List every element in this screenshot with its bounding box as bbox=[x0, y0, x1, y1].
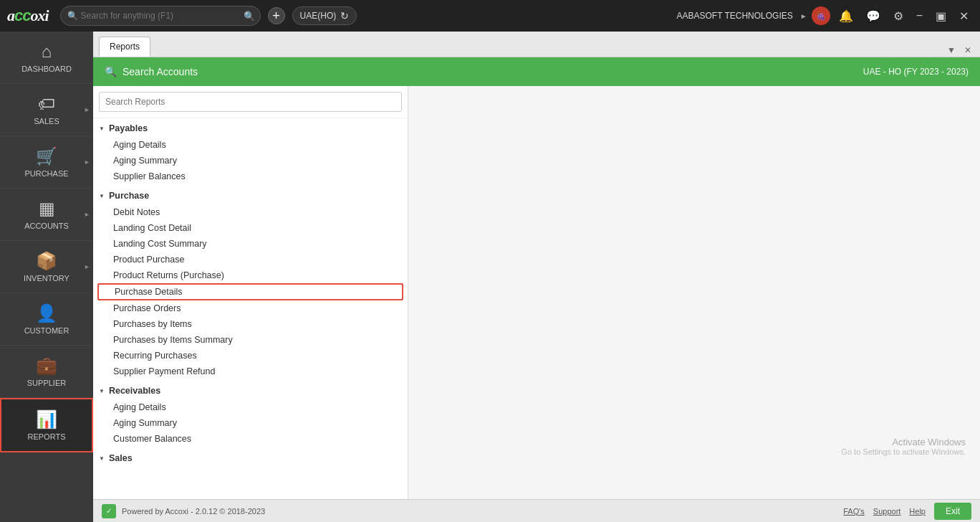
tab-close-button[interactable]: ✕ bbox=[961, 44, 974, 57]
minimize-button[interactable]: − bbox=[912, 6, 927, 25]
list-item[interactable]: Landing Cost Summary bbox=[93, 236, 408, 252]
search-accounts-bar[interactable]: 🔍 Search Accounts UAE - HO (FY 2023 - 20… bbox=[93, 57, 980, 86]
sidebar-item-accounts[interactable]: ▦ ACCOUNTS ► bbox=[0, 189, 93, 241]
tab-bar: Reports ▼ ✕ bbox=[93, 32, 980, 57]
list-item[interactable]: Aging Details bbox=[93, 137, 408, 153]
search-accounts-label: Search Accounts bbox=[123, 66, 198, 77]
branch-selector[interactable]: UAE(HO) ↻ bbox=[292, 6, 357, 25]
support-link[interactable]: Support bbox=[873, 507, 901, 516]
help-link[interactable]: Help bbox=[909, 507, 926, 516]
item-label: Purchases by Items bbox=[113, 319, 192, 329]
global-search-input[interactable] bbox=[60, 6, 261, 26]
item-label: Aging Details bbox=[113, 140, 166, 150]
footer-powered-by: Powered by Accoxi - 2.0.12 © 2018-2023 bbox=[122, 507, 265, 516]
sidebar-item-label: REPORTS bbox=[28, 432, 66, 441]
sidebar-item-inventory[interactable]: 📦 INVENTORY ► bbox=[0, 241, 93, 293]
footer: ✓ Powered by Accoxi - 2.0.12 © 2018-2023… bbox=[93, 499, 980, 522]
sidebar-item-label: SALES bbox=[34, 117, 59, 125]
reports-tree: ▼ Payables Aging Details Aging Summary S… bbox=[93, 118, 408, 499]
item-label: Aging Details bbox=[113, 402, 166, 412]
global-search-wrap[interactable]: 🔍 🔍 bbox=[60, 6, 261, 26]
reports-search-input[interactable] bbox=[99, 92, 402, 112]
close-button[interactable]: ✕ bbox=[955, 6, 973, 26]
sidebar-item-supplier[interactable]: 💼 SUPPLIER bbox=[0, 346, 93, 398]
dashboard-icon: ⌂ bbox=[42, 42, 52, 62]
purchase-details-item[interactable]: Purchase Details bbox=[97, 283, 403, 300]
arrow-right-icon: ► bbox=[800, 12, 807, 20]
reports-body: ▼ Payables Aging Details Aging Summary S… bbox=[93, 86, 980, 499]
item-label: Product Purchase bbox=[113, 255, 184, 265]
search-submit-icon[interactable]: 🔍 bbox=[244, 11, 255, 22]
list-item[interactable]: Product Returns (Purchase) bbox=[93, 267, 408, 283]
sidebar-item-label: DASHBOARD bbox=[21, 65, 72, 73]
tab-reports[interactable]: Reports bbox=[99, 37, 150, 57]
item-label: Aging Summary bbox=[113, 418, 177, 428]
list-item[interactable]: Purchases by Items bbox=[93, 316, 408, 332]
chevron-right-icon: ► bbox=[84, 158, 90, 166]
item-label: Supplier Payment Refund bbox=[113, 366, 215, 376]
refresh-icon[interactable]: ↻ bbox=[340, 10, 349, 22]
tree-header-receivables[interactable]: ▼ Receivables bbox=[93, 382, 408, 399]
footer-right: FAQ's Support Help Exit bbox=[843, 503, 971, 520]
list-item[interactable]: Supplier Payment Refund bbox=[93, 364, 408, 379]
list-item[interactable]: Product Purchase bbox=[93, 252, 408, 267]
item-label: Purchase Orders bbox=[113, 303, 181, 313]
list-item[interactable]: Supplier Balances bbox=[93, 169, 408, 184]
accounts-icon: ▦ bbox=[39, 199, 55, 219]
company-name: AABASOFT TECHNOLOGIES bbox=[676, 11, 792, 21]
tab-label: Reports bbox=[110, 42, 140, 52]
exit-button[interactable]: Exit bbox=[934, 503, 971, 520]
tree-section-receivables: ▼ Receivables Aging Details Aging Summar… bbox=[93, 381, 408, 448]
activate-windows-watermark: Activate Windows Go to Settings to activ… bbox=[841, 437, 966, 456]
tree-header-sales[interactable]: ▼ Sales bbox=[93, 450, 408, 467]
fiscal-year-label: UAE - HO (FY 2023 - 2023) bbox=[863, 67, 969, 77]
avatar[interactable]: 🍇 bbox=[812, 6, 830, 25]
add-button[interactable]: + bbox=[268, 7, 285, 24]
list-item[interactable]: Recurring Purchases bbox=[93, 348, 408, 364]
sidebar-item-reports[interactable]: 📊 REPORTS bbox=[0, 398, 93, 452]
item-label: Purchase Details bbox=[115, 287, 183, 297]
content-area: Reports ▼ ✕ 🔍 Search Accounts UAE - HO (… bbox=[93, 32, 980, 522]
sidebar-item-label: INVENTORY bbox=[24, 274, 69, 283]
reports-left-panel: ▼ Payables Aging Details Aging Summary S… bbox=[93, 86, 408, 499]
activate-windows-subtitle: Go to Settings to activate Windows. bbox=[841, 447, 966, 456]
item-label: Supplier Balances bbox=[113, 171, 186, 181]
activate-windows-title: Activate Windows bbox=[841, 437, 966, 447]
chevron-right-icon: ► bbox=[84, 106, 90, 113]
tree-header-payables[interactable]: ▼ Payables bbox=[93, 120, 408, 137]
sidebar-item-sales[interactable]: 🏷 SALES ► bbox=[0, 84, 93, 136]
notifications-button[interactable]: 🔔 bbox=[835, 6, 858, 26]
tree-header-purchase[interactable]: ▼ Purchase bbox=[93, 187, 408, 204]
sidebar-item-label: ACCOUNTS bbox=[24, 222, 69, 230]
reports-search-wrap[interactable] bbox=[93, 86, 408, 118]
sidebar-item-customer[interactable]: 👤 CUSTOMER bbox=[0, 293, 93, 346]
item-label: Landing Cost Summary bbox=[113, 239, 207, 249]
list-item[interactable]: Landing Cost Detail bbox=[93, 220, 408, 236]
list-item[interactable]: Debit Notes bbox=[93, 204, 408, 220]
topbar-right: AABASOFT TECHNOLOGIES ► 🍇 🔔 💬 ⚙ − ▣ ✕ bbox=[676, 6, 973, 26]
item-label: Landing Cost Detail bbox=[113, 223, 191, 233]
search-icon: 🔍 bbox=[67, 11, 78, 21]
collapse-icon: ▼ bbox=[99, 388, 105, 394]
customer-icon: 👤 bbox=[36, 303, 57, 323]
item-label: Product Returns (Purchase) bbox=[113, 270, 224, 280]
list-item[interactable]: Aging Summary bbox=[93, 153, 408, 169]
chat-button[interactable]: 💬 bbox=[862, 6, 885, 26]
tab-down-arrow-button[interactable]: ▼ bbox=[944, 44, 959, 57]
purchase-icon: 🛒 bbox=[36, 146, 57, 166]
sidebar-item-purchase[interactable]: 🛒 PURCHASE ► bbox=[0, 136, 93, 189]
maximize-button[interactable]: ▣ bbox=[931, 6, 951, 26]
settings-button[interactable]: ⚙ bbox=[889, 6, 908, 26]
footer-logo: ✓ bbox=[102, 504, 116, 518]
list-item[interactable]: Purchases by Items Summary bbox=[93, 332, 408, 348]
list-item[interactable]: Aging Details bbox=[93, 399, 408, 415]
reports-right-panel: Activate Windows Go to Settings to activ… bbox=[408, 86, 980, 499]
list-item[interactable]: Customer Balances bbox=[93, 431, 408, 447]
chevron-right-icon: ► bbox=[84, 263, 90, 270]
sidebar-item-label: SUPPLIER bbox=[27, 379, 66, 387]
faq-link[interactable]: FAQ's bbox=[843, 507, 865, 516]
sidebar-item-label: CUSTOMER bbox=[24, 326, 69, 335]
list-item[interactable]: Purchase Orders bbox=[93, 300, 408, 316]
sidebar-item-dashboard[interactable]: ⌂ DASHBOARD bbox=[0, 32, 93, 84]
list-item[interactable]: Aging Summary bbox=[93, 415, 408, 431]
